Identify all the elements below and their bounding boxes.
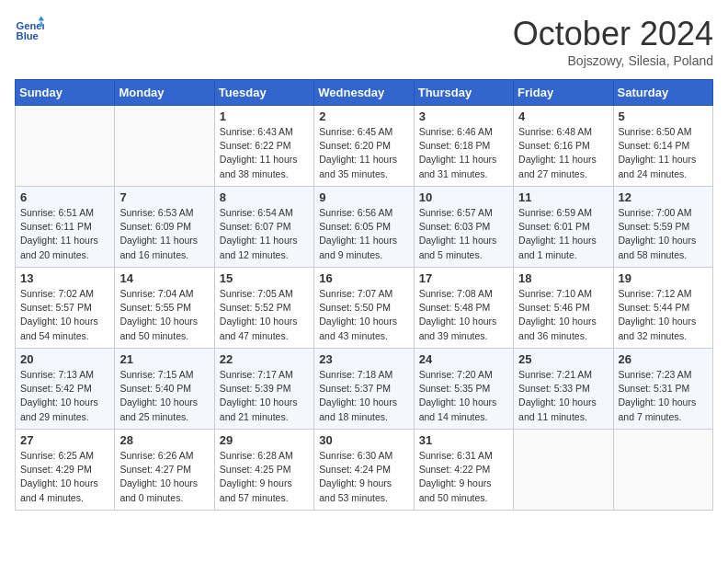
calendar-cell: 5Sunrise: 6:50 AM Sunset: 6:14 PM Daylig… (613, 106, 712, 187)
calendar-cell: 28Sunrise: 6:26 AM Sunset: 4:27 PM Dayli… (115, 430, 214, 511)
day-number: 16 (319, 271, 408, 285)
calendar-cell: 27Sunrise: 6:25 AM Sunset: 4:29 PM Dayli… (16, 430, 115, 511)
calendar-header-row: SundayMondayTuesdayWednesdayThursdayFrid… (16, 80, 713, 106)
calendar-cell: 9Sunrise: 6:56 AM Sunset: 6:05 PM Daylig… (314, 187, 414, 268)
calendar-cell: 23Sunrise: 7:18 AM Sunset: 5:37 PM Dayli… (314, 349, 414, 430)
calendar-cell: 13Sunrise: 7:02 AM Sunset: 5:57 PM Dayli… (16, 268, 115, 349)
month-title: October 2024 (513, 15, 713, 53)
calendar-cell: 3Sunrise: 6:46 AM Sunset: 6:18 PM Daylig… (414, 106, 513, 187)
day-number: 31 (419, 433, 508, 447)
cell-content: Sunrise: 6:26 AM Sunset: 4:27 PM Dayligh… (119, 449, 209, 505)
day-number: 24 (419, 352, 508, 366)
cell-content: Sunrise: 6:59 AM Sunset: 6:01 PM Dayligh… (518, 206, 608, 262)
cell-content: Sunrise: 6:30 AM Sunset: 4:24 PM Dayligh… (319, 449, 408, 505)
day-number: 2 (319, 109, 408, 123)
calendar-cell (613, 430, 712, 511)
calendar-cell: 17Sunrise: 7:08 AM Sunset: 5:48 PM Dayli… (414, 268, 513, 349)
day-number: 25 (518, 352, 608, 366)
weekday-header: Sunday (16, 80, 115, 106)
calendar-cell: 11Sunrise: 6:59 AM Sunset: 6:01 PM Dayli… (514, 187, 613, 268)
calendar-cell (514, 430, 613, 511)
cell-content: Sunrise: 7:04 AM Sunset: 5:55 PM Dayligh… (119, 287, 209, 343)
cell-content: Sunrise: 7:21 AM Sunset: 5:33 PM Dayligh… (518, 368, 608, 424)
day-number: 5 (619, 109, 708, 123)
calendar-cell: 4Sunrise: 6:48 AM Sunset: 6:16 PM Daylig… (514, 106, 613, 187)
calendar-cell: 22Sunrise: 7:17 AM Sunset: 5:39 PM Dayli… (214, 349, 313, 430)
cell-content: Sunrise: 6:45 AM Sunset: 6:20 PM Dayligh… (319, 125, 408, 181)
calendar-cell: 15Sunrise: 7:05 AM Sunset: 5:52 PM Dayli… (214, 268, 313, 349)
cell-content: Sunrise: 6:57 AM Sunset: 6:03 PM Dayligh… (419, 206, 508, 262)
calendar-table: SundayMondayTuesdayWednesdayThursdayFrid… (15, 79, 713, 511)
calendar-cell: 24Sunrise: 7:20 AM Sunset: 5:35 PM Dayli… (414, 349, 513, 430)
day-number: 27 (20, 433, 109, 447)
cell-content: Sunrise: 7:13 AM Sunset: 5:42 PM Dayligh… (20, 368, 109, 424)
day-number: 10 (419, 190, 508, 204)
calendar-week-row: 6Sunrise: 6:51 AM Sunset: 6:11 PM Daylig… (16, 187, 713, 268)
weekday-header: Thursday (414, 80, 513, 106)
calendar-cell: 1Sunrise: 6:43 AM Sunset: 6:22 PM Daylig… (214, 106, 313, 187)
cell-content: Sunrise: 6:46 AM Sunset: 6:18 PM Dayligh… (419, 125, 508, 181)
calendar-cell: 20Sunrise: 7:13 AM Sunset: 5:42 PM Dayli… (16, 349, 115, 430)
logo-icon: General Blue (15, 15, 44, 44)
day-number: 13 (20, 271, 109, 285)
logo: General Blue (15, 15, 44, 44)
calendar-cell: 12Sunrise: 7:00 AM Sunset: 5:59 PM Dayli… (613, 187, 712, 268)
calendar-cell (16, 106, 115, 187)
day-number: 19 (619, 271, 708, 285)
day-number: 7 (119, 190, 209, 204)
cell-content: Sunrise: 7:15 AM Sunset: 5:40 PM Dayligh… (119, 368, 209, 424)
calendar-cell: 30Sunrise: 6:30 AM Sunset: 4:24 PM Dayli… (314, 430, 414, 511)
cell-content: Sunrise: 6:48 AM Sunset: 6:16 PM Dayligh… (518, 125, 608, 181)
calendar-cell: 16Sunrise: 7:07 AM Sunset: 5:50 PM Dayli… (314, 268, 414, 349)
cell-content: Sunrise: 7:18 AM Sunset: 5:37 PM Dayligh… (319, 368, 408, 424)
calendar-week-row: 20Sunrise: 7:13 AM Sunset: 5:42 PM Dayli… (16, 349, 713, 430)
day-number: 15 (220, 271, 309, 285)
day-number: 21 (119, 352, 209, 366)
calendar-cell: 19Sunrise: 7:12 AM Sunset: 5:44 PM Dayli… (613, 268, 712, 349)
cell-content: Sunrise: 7:07 AM Sunset: 5:50 PM Dayligh… (319, 287, 408, 343)
day-number: 6 (20, 190, 109, 204)
day-number: 9 (319, 190, 408, 204)
title-area: October 2024 Bojszowy, Silesia, Poland (513, 15, 713, 68)
calendar-cell: 25Sunrise: 7:21 AM Sunset: 5:33 PM Dayli… (514, 349, 613, 430)
cell-content: Sunrise: 6:28 AM Sunset: 4:25 PM Dayligh… (220, 449, 309, 505)
cell-content: Sunrise: 7:08 AM Sunset: 5:48 PM Dayligh… (419, 287, 508, 343)
weekday-header: Monday (115, 80, 214, 106)
cell-content: Sunrise: 6:56 AM Sunset: 6:05 PM Dayligh… (319, 206, 408, 262)
day-number: 17 (419, 271, 508, 285)
day-number: 14 (119, 271, 209, 285)
calendar-cell: 18Sunrise: 7:10 AM Sunset: 5:46 PM Dayli… (514, 268, 613, 349)
cell-content: Sunrise: 6:54 AM Sunset: 6:07 PM Dayligh… (220, 206, 309, 262)
cell-content: Sunrise: 7:17 AM Sunset: 5:39 PM Dayligh… (220, 368, 309, 424)
calendar-week-row: 1Sunrise: 6:43 AM Sunset: 6:22 PM Daylig… (16, 106, 713, 187)
calendar-cell: 31Sunrise: 6:31 AM Sunset: 4:22 PM Dayli… (414, 430, 513, 511)
calendar-week-row: 13Sunrise: 7:02 AM Sunset: 5:57 PM Dayli… (16, 268, 713, 349)
cell-content: Sunrise: 6:51 AM Sunset: 6:11 PM Dayligh… (20, 206, 109, 262)
svg-marker-2 (39, 17, 44, 21)
calendar-cell: 8Sunrise: 6:54 AM Sunset: 6:07 PM Daylig… (214, 187, 313, 268)
calendar-cell: 10Sunrise: 6:57 AM Sunset: 6:03 PM Dayli… (414, 187, 513, 268)
cell-content: Sunrise: 7:00 AM Sunset: 5:59 PM Dayligh… (619, 206, 708, 262)
cell-content: Sunrise: 6:53 AM Sunset: 6:09 PM Dayligh… (119, 206, 209, 262)
calendar-cell: 6Sunrise: 6:51 AM Sunset: 6:11 PM Daylig… (16, 187, 115, 268)
day-number: 30 (319, 433, 408, 447)
day-number: 26 (619, 352, 708, 366)
day-number: 22 (220, 352, 309, 366)
cell-content: Sunrise: 6:25 AM Sunset: 4:29 PM Dayligh… (20, 449, 109, 505)
svg-text:Blue: Blue (17, 30, 39, 41)
calendar-cell: 21Sunrise: 7:15 AM Sunset: 5:40 PM Dayli… (115, 349, 214, 430)
calendar-body: 1Sunrise: 6:43 AM Sunset: 6:22 PM Daylig… (16, 106, 713, 511)
cell-content: Sunrise: 7:23 AM Sunset: 5:31 PM Dayligh… (619, 368, 708, 424)
weekday-header: Wednesday (314, 80, 414, 106)
cell-content: Sunrise: 7:05 AM Sunset: 5:52 PM Dayligh… (220, 287, 309, 343)
day-number: 28 (119, 433, 209, 447)
calendar-week-row: 27Sunrise: 6:25 AM Sunset: 4:29 PM Dayli… (16, 430, 713, 511)
calendar-cell: 29Sunrise: 6:28 AM Sunset: 4:25 PM Dayli… (214, 430, 313, 511)
page-header: General Blue October 2024 Bojszowy, Sile… (15, 15, 713, 68)
day-number: 3 (419, 109, 508, 123)
day-number: 20 (20, 352, 109, 366)
location-title: Bojszowy, Silesia, Poland (513, 53, 713, 68)
weekday-header: Tuesday (214, 80, 313, 106)
day-number: 11 (518, 190, 608, 204)
day-number: 12 (619, 190, 708, 204)
